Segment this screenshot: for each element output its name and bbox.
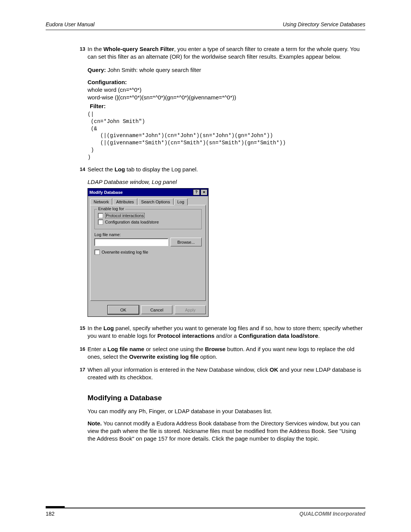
log-panel: Enable log for Protocol interactions Con…: [90, 205, 206, 301]
tab-label: Network: [94, 200, 109, 204]
filter-block: (| (cn=*John Smith") (& (|(givenname=*Jo…: [88, 111, 365, 161]
step-body: When all your information is entered in …: [88, 366, 365, 382]
text: In the: [88, 325, 104, 331]
tab-attributes[interactable]: Attributes: [113, 198, 137, 205]
step-number: 17: [75, 366, 85, 382]
enable-log-groupbox: Enable log for Protocol interactions Con…: [94, 209, 202, 229]
tab-log[interactable]: Log: [174, 198, 188, 205]
tab-label: Attributes: [116, 200, 134, 204]
note-label: Note.: [88, 420, 102, 427]
checkbox-label: Configuration data load/store: [105, 220, 159, 224]
step-14: 14 Select the Log tab to display the Log…: [88, 166, 365, 173]
label: Query:: [88, 67, 106, 73]
button-label: OK: [120, 308, 126, 312]
checkbox-label: Protocol interactions: [105, 213, 145, 218]
text: or select one using the: [144, 346, 205, 352]
help-icon[interactable]: ?: [193, 189, 200, 195]
button-label: Cancel: [150, 308, 163, 312]
step-number: 16: [75, 346, 85, 361]
groupbox-title: Enable log for: [97, 206, 125, 211]
query-line: Query: John Smith: whole query search fi…: [88, 66, 365, 74]
modify-database-dialog: Modify Database ? ✕ Network Attributes S…: [88, 188, 209, 317]
dialog-buttons: OK Cancel Apply: [88, 303, 208, 316]
text: You cannot modify a Eudora Address Book …: [88, 420, 360, 442]
step-15: 15 In the Log panel, specify whether you…: [88, 324, 365, 340]
filter-label: Filter:: [90, 102, 365, 110]
bold: Protocol interactions: [157, 332, 214, 339]
bold: Configuration data load/store: [239, 332, 318, 339]
text: word-wise (|(cn=*^0*)(sn=*^0*)(gn=*^0*)(…: [88, 94, 236, 101]
dialog-title: Modify Database: [89, 190, 192, 195]
checkbox-icon[interactable]: [94, 249, 100, 255]
tab-search-options[interactable]: Search Options: [138, 198, 174, 205]
bold: Log file name: [108, 346, 145, 352]
close-icon[interactable]: ✕: [201, 189, 207, 195]
checkbox-label: Overwrite existing log file: [102, 250, 148, 254]
cancel-button[interactable]: Cancel: [141, 305, 172, 314]
text: whole word (cn=*^0*): [88, 86, 142, 93]
checkbox-config-row[interactable]: Configuration data load/store: [98, 219, 198, 225]
text: In the: [88, 46, 104, 52]
header-left: Eudora User Manual: [46, 21, 94, 27]
checkbox-icon[interactable]: [98, 213, 103, 218]
checkbox-overwrite-row[interactable]: Overwrite existing log file: [94, 249, 202, 255]
section-heading: Modifying a Database: [88, 394, 365, 402]
step-number: 15: [75, 325, 85, 340]
text: When all your information is entered in …: [88, 366, 270, 373]
tab-label: Log: [177, 200, 184, 204]
logfile-label: Log file name:: [94, 232, 202, 237]
browse-button[interactable]: Browse...: [170, 238, 202, 246]
step-body: In the Log panel, specify whether you wa…: [88, 324, 365, 340]
step-17: 17 When all your information is entered …: [88, 366, 365, 382]
text: .: [318, 332, 320, 339]
footer: 182 QUALCOMM Incorporated: [46, 508, 365, 517]
apply-button[interactable]: Apply: [175, 305, 206, 314]
bold: Log: [115, 166, 125, 173]
tab-label: Search Options: [141, 200, 170, 204]
bold: Whole-query Search Filter: [104, 46, 174, 52]
text: Select the: [88, 166, 115, 173]
step-16: 16 Enter a Log file name or select one u…: [88, 345, 365, 361]
footer-company: QUALCOMM Incorporated: [299, 511, 365, 517]
text: tab to display the Log panel.: [125, 166, 198, 173]
titlebar: Modify Database ? ✕: [88, 189, 208, 196]
logfile-input[interactable]: [94, 238, 168, 246]
label: Filter:: [90, 103, 106, 109]
text: option.: [199, 353, 217, 360]
bold: Log: [104, 325, 114, 331]
step-number: 13: [75, 46, 85, 61]
config-block: Configuration: whole word (cn=*^0*) word…: [88, 78, 365, 102]
header-right: Using Directory Service Databases: [283, 21, 365, 27]
ok-button[interactable]: OK: [108, 305, 139, 314]
text: John Smith: whole query search filter: [106, 67, 201, 73]
footer-rule-block: [46, 506, 65, 508]
bold: Browse: [205, 346, 225, 352]
running-head: Eudora User Manual Using Directory Servi…: [46, 21, 365, 30]
section-para: You can modify any Ph, Finger, or LDAP d…: [88, 407, 365, 415]
step-body: Enter a Log file name or select one usin…: [88, 345, 365, 361]
button-label: Apply: [185, 308, 196, 312]
note-para: Note. You cannot modify a Eudora Address…: [88, 420, 365, 443]
step-body: In the Whole-query Search Filter, you en…: [88, 45, 365, 61]
step-number: 14: [75, 166, 85, 173]
label: Configuration:: [88, 79, 127, 85]
bold: Overwrite existing log file: [129, 353, 199, 360]
text: Enter a: [88, 346, 108, 352]
step-body: Select the Log tab to display the Log pa…: [88, 166, 365, 173]
figure-caption: LDAP Database window, Log panel: [88, 179, 365, 185]
tab-network[interactable]: Network: [90, 198, 112, 205]
tab-strip: Network Attributes Search Options Log: [90, 198, 206, 205]
page-number: 182: [46, 511, 54, 517]
checkbox-icon[interactable]: [98, 219, 103, 225]
button-label: Browse...: [177, 240, 195, 244]
bold: OK: [270, 366, 279, 373]
text: and/or a: [214, 332, 238, 339]
checkbox-protocol-row[interactable]: Protocol interactions: [98, 213, 198, 218]
step-13: 13 In the Whole-query Search Filter, you…: [88, 45, 365, 61]
